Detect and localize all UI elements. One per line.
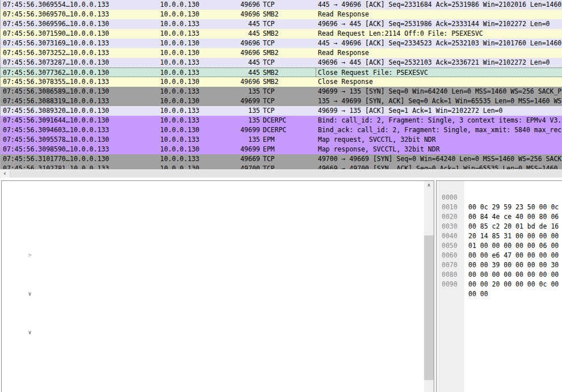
packet-row[interactable]: 07:45:56.3069596… 10.0.0.130 10.0.0.133 …	[1, 19, 562, 29]
packet-source: 10.0.0.133	[70, 145, 160, 154]
packet-row[interactable]: 07:45:56.3069554… 10.0.0.133 10.0.0.130 …	[1, 0, 562, 10]
expander-icon[interactable]: >	[26, 251, 34, 260]
detail-line[interactable]: ProtocolId: 0xfe534d42	[2, 183, 434, 193]
packet-row[interactable]: 07:45:56.3073252… 10.0.0.133 10.0.0.130 …	[1, 48, 562, 58]
expander-icon[interactable]	[26, 231, 34, 241]
packet-row[interactable]: 07:45:56.3088319… 10.0.0.133 10.0.0.130 …	[1, 96, 562, 106]
packet-row[interactable]: 07:45:56.3089320… 10.0.0.130 10.0.0.133 …	[1, 106, 562, 116]
expander-icon[interactable]	[26, 338, 34, 347]
expander-icon[interactable]: ∨	[26, 289, 34, 299]
expander-icon[interactable]	[26, 280, 34, 289]
packet-row[interactable]: 07:45:56.3098590… 10.0.0.133 10.0.0.130 …	[1, 145, 562, 154]
hex-row[interactable]: 0000 00 0c 29 59 23 50 00 0c	[437, 183, 562, 193]
detail-line[interactable]: ∨ Tree Id: 0x00000001 \\10.0.0.133\IPC$	[2, 289, 434, 299]
packet-port: 445	[221, 58, 260, 68]
detail-line[interactable]: Message ID: 18406	[2, 270, 434, 280]
detail-line[interactable]: Process Id: 0x0000feff	[2, 280, 434, 289]
packet-row[interactable]: 07:45:56.3078355… 10.0.0.133 10.0.0.130 …	[1, 77, 562, 87]
packet-destination: 10.0.0.133	[160, 87, 229, 96]
packet-row[interactable]: 07:45:56.3094603… 10.0.0.133 10.0.0.130 …	[1, 125, 562, 135]
packet-row[interactable]: 07:45:56.3101770… 10.0.0.130 10.0.0.133 …	[1, 154, 562, 164]
detail-line[interactable]: Chain Offset: 0x00000000	[2, 260, 434, 270]
packet-row[interactable]: 07:45:56.3086589… 10.0.0.130 10.0.0.133 …	[1, 87, 562, 96]
hex-row[interactable]: 0010 00 84 4e ce 40 00 80 06	[437, 193, 562, 203]
detail-line[interactable]: [Account: ssales]	[2, 338, 434, 347]
packet-row[interactable]: 07:45:56.3071590… 10.0.0.130 10.0.0.133 …	[1, 29, 562, 39]
packet-source: 10.0.0.133	[70, 164, 160, 169]
expander-icon[interactable]	[26, 376, 34, 386]
expander-icon[interactable]	[26, 222, 34, 231]
hex-row[interactable]: 0070 00 00 00 00 00 00 00 00	[437, 251, 562, 260]
hex-row[interactable]: 0090 00 00	[437, 270, 562, 280]
packet-source: 10.0.0.133	[70, 39, 160, 48]
detail-line[interactable]: [Tree: \\10.0.0.133\IPC$]	[2, 299, 434, 309]
detail-line[interactable]: > Flags: 0x00000030, Priority	[2, 251, 434, 260]
detail-line[interactable]: ∨ Session Id: 0x0000300000000039 Acct:ss…	[2, 328, 434, 338]
expander-icon[interactable]	[26, 318, 34, 328]
hex-row[interactable]: 0040 01 00 00 00 00 00 06 00	[437, 222, 562, 231]
expander-icon[interactable]	[26, 366, 34, 376]
scroll-left-button[interactable]: ‹	[0, 170, 10, 178]
vscrollbar-thumb[interactable]	[424, 235, 434, 380]
packet-port: 49699	[221, 145, 260, 154]
detail-line[interactable]: [Authenticated in Frame: 133]	[2, 366, 434, 376]
detail-line[interactable]: [Host: HR-PC]	[2, 357, 434, 366]
expander-icon[interactable]	[26, 193, 34, 203]
packet-bytes-pane[interactable]: 0000 00 0c 29 59 23 50 00 0c 0010 00 84 …	[436, 180, 562, 392]
hex-row[interactable]: 0050 00 00 e6 47 00 00 00 00	[437, 231, 562, 241]
detail-line[interactable]: [Domain: ]	[2, 347, 434, 357]
packet-row[interactable]: 07:45:56.3069570… 10.0.0.133 10.0.0.130 …	[1, 10, 562, 19]
packet-list-hscrollbar[interactable]: ‹	[0, 169, 562, 178]
packet-detail-pane[interactable]: ProtocolId: 0xfe534d42 Header Length: 64…	[1, 180, 434, 392]
packet-info: Bind_ack: call_id: 2, Fragment: Single, …	[318, 125, 562, 135]
detail-line[interactable]: [Response in: 38437]	[2, 386, 434, 392]
detail-line[interactable]: [Connected in Frame: 135]	[2, 318, 434, 328]
expander-icon[interactable]	[26, 309, 34, 318]
packet-port: 49696	[221, 10, 260, 19]
expander-icon[interactable]	[26, 357, 34, 366]
packet-row[interactable]: 07:45:56.3077362… 10.0.0.130 10.0.0.133 …	[1, 68, 562, 77]
detail-line[interactable]: Channel Sequence: 0	[2, 212, 434, 222]
expander-icon[interactable]	[26, 299, 34, 309]
packet-list-pane[interactable]: 07:45:56.3069554… 10.0.0.133 10.0.0.130 …	[0, 0, 562, 169]
packet-source: 10.0.0.130	[70, 58, 160, 68]
hex-row[interactable]: 0030 20 14 85 31 00 00 00 00	[437, 212, 562, 222]
detail-line[interactable]: Command: Close (6)	[2, 231, 434, 241]
packet-info: 49699 → 135 [ACK] Seq=1 Ack=1 Win=210227…	[318, 106, 562, 116]
expander-icon[interactable]	[26, 347, 34, 357]
hex-row[interactable]: 0060 00 00 39 00 00 00 00 30	[437, 241, 562, 251]
packet-time: 07:45:56.3073287…	[3, 58, 70, 68]
expander-icon[interactable]	[26, 183, 34, 193]
packet-protocol: TCP	[263, 96, 317, 106]
packet-row[interactable]: 07:45:56.3073287… 10.0.0.130 10.0.0.133 …	[1, 58, 562, 68]
detail-line[interactable]: [Share Type: Named pipe (0x02)]	[2, 309, 434, 318]
packet-time: 07:45:56.3101770…	[3, 154, 70, 164]
packet-row[interactable]: 07:45:56.3091644… 10.0.0.130 10.0.0.133 …	[1, 116, 562, 125]
hex-row[interactable]: 0080 00 00 20 00 00 00 0c 00	[437, 260, 562, 270]
packet-port: 135	[221, 116, 260, 125]
detail-vscrollbar[interactable]: ∧	[424, 181, 434, 392]
scroll-up-button[interactable]: ∧	[424, 181, 434, 191]
hex-row[interactable]: 0020 00 85 c2 20 01 bd de 16	[437, 203, 562, 212]
packet-time: 07:45:56.3086589…	[3, 87, 70, 96]
packet-row[interactable]: 07:45:56.3095578… 10.0.0.130 10.0.0.133 …	[1, 135, 562, 145]
expander-icon[interactable]	[26, 270, 34, 280]
expander-icon[interactable]	[26, 241, 34, 251]
packet-protocol: TCP	[263, 106, 317, 116]
detail-line[interactable]: Header Length: 64	[2, 193, 434, 203]
packet-time: 07:45:56.3102781…	[3, 164, 70, 169]
expander-icon[interactable]	[26, 386, 34, 392]
detail-line[interactable]: Credit Charge: 1	[2, 203, 434, 212]
expander-icon[interactable]	[26, 203, 34, 212]
packet-row[interactable]: 07:45:56.3102781… 10.0.0.133 10.0.0.130 …	[1, 164, 562, 169]
expander-icon[interactable]: ∨	[26, 328, 34, 338]
expander-icon[interactable]	[26, 212, 34, 222]
packet-row[interactable]: 07:45:56.3073169… 10.0.0.133 10.0.0.130 …	[1, 39, 562, 48]
expander-icon[interactable]	[26, 260, 34, 270]
detail-line[interactable]: Signature: 00000000000000000000000000000…	[2, 376, 434, 386]
hscrollbar-thumb[interactable]	[10, 170, 562, 178]
detail-line[interactable]: Credits requested: 1	[2, 241, 434, 251]
detail-line[interactable]: Reserved: 0000	[2, 222, 434, 231]
packet-port: 49699	[221, 125, 260, 135]
packet-time: 07:45:56.3078355…	[3, 77, 70, 87]
